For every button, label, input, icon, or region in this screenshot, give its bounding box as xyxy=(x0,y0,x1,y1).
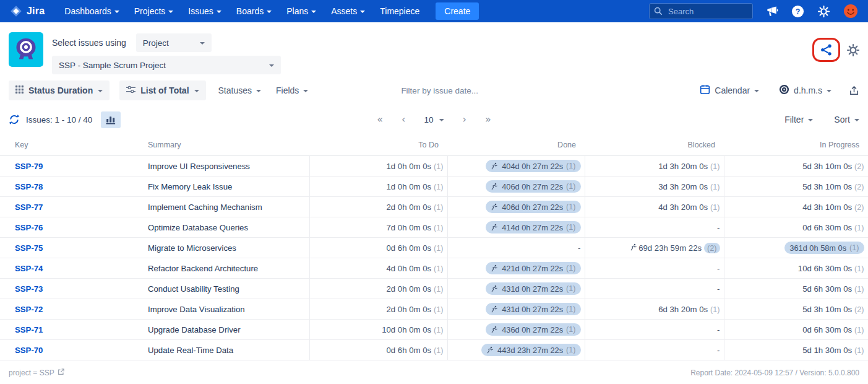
statuses-dropdown[interactable]: Statuses xyxy=(216,85,264,95)
prev-page-button[interactable]: ‹ xyxy=(402,115,405,124)
column-header-key[interactable]: Key xyxy=(0,135,147,156)
duration-value: 0d 6h 0m 0s xyxy=(387,346,432,355)
filter-dropdown[interactable]: Filter xyxy=(784,115,813,124)
refresh-button[interactable] xyxy=(9,114,20,125)
sort-dropdown[interactable]: Sort xyxy=(834,115,859,124)
issue-count: (1) xyxy=(566,264,575,273)
cell-blocked: - xyxy=(585,258,724,279)
cell-summary: Optimize Database Queries xyxy=(147,217,309,238)
report-type-dropdown[interactable]: Status Duration xyxy=(9,81,110,100)
duration-value: 404d 0h 27m 22s xyxy=(502,162,563,171)
issue-count: (1) xyxy=(434,264,443,273)
duration-pill: 361d 0h 58m 0s(1) xyxy=(784,242,864,254)
sort-label: Sort xyxy=(834,115,850,124)
cell-summary: Update Real-Time Data xyxy=(147,340,309,360)
cell-to-do: 2d 0h 0m 0s(1) xyxy=(309,279,447,299)
chevron-down-icon xyxy=(98,90,103,92)
cell-in-progress: 0d 6h 30m 0s(1) xyxy=(724,217,868,238)
issue-key-link[interactable]: SSP-74 xyxy=(15,264,43,273)
export-icon xyxy=(849,85,859,96)
fields-dropdown[interactable]: Fields xyxy=(273,85,311,95)
cell-key: SSP-73 xyxy=(0,279,147,299)
first-page-button[interactable]: « xyxy=(377,115,383,124)
cell-in-progress: 5d 1h 30m 0s(1) xyxy=(724,340,868,360)
issue-key-link[interactable]: SSP-79 xyxy=(15,162,43,171)
jql-query-link[interactable]: project = SSP xyxy=(9,369,64,377)
duration-pill: 406d 0h 27m 22s(1) xyxy=(486,201,580,213)
issue-key-link[interactable]: SSP-71 xyxy=(15,325,43,334)
user-avatar[interactable] xyxy=(843,4,858,19)
list-of-total-dropdown[interactable]: List of Total xyxy=(119,81,205,100)
nav-issues[interactable]: Issues xyxy=(188,6,221,16)
create-button[interactable]: Create xyxy=(436,2,479,20)
issue-count: (1) xyxy=(710,203,720,212)
cell-in-progress: 5d 3h 10m 0s(2) xyxy=(724,177,868,197)
duration-value: 4d 3h 10m 0s xyxy=(802,203,852,212)
nav-projects[interactable]: Projects xyxy=(134,6,174,16)
nav-dashboards[interactable]: Dashboards xyxy=(64,6,119,16)
issue-count: (2) xyxy=(854,305,864,314)
issue-key-link[interactable]: SSP-78 xyxy=(15,182,43,191)
column-header-in-progress[interactable]: In Progress xyxy=(724,135,868,156)
export-button[interactable] xyxy=(849,85,859,96)
navbar-right-group: ? xyxy=(649,3,858,19)
page-size-dropdown[interactable]: 10 xyxy=(424,115,444,124)
calendar-dropdown[interactable]: Calendar xyxy=(697,84,762,97)
sliders-icon xyxy=(126,85,135,95)
chevron-down-icon xyxy=(303,90,308,92)
runner-icon xyxy=(486,346,494,354)
issue-key-link[interactable]: SSP-75 xyxy=(15,243,43,253)
help-button[interactable]: ? xyxy=(791,5,804,18)
issue-key-link[interactable]: SSP-70 xyxy=(15,346,43,355)
runner-icon xyxy=(491,285,498,292)
runner-icon xyxy=(491,264,498,272)
column-header-done[interactable]: Done xyxy=(447,135,585,156)
nav-boards[interactable]: Boards xyxy=(236,6,272,16)
issue-key-link[interactable]: SSP-73 xyxy=(15,284,43,294)
runner-icon xyxy=(491,183,498,190)
duration-value: 5d 6h 30m 0s xyxy=(802,284,852,294)
next-page-button[interactable]: › xyxy=(463,115,466,124)
report-settings-button[interactable] xyxy=(846,43,860,57)
share-button[interactable] xyxy=(819,43,833,57)
search-input[interactable] xyxy=(649,3,753,19)
external-link-icon xyxy=(58,369,64,377)
pager-row: Issues: 1 - 10 / 40 « ‹ 10 › » Filter So… xyxy=(0,104,868,135)
issue-key-link[interactable]: SSP-72 xyxy=(15,305,43,314)
admin-settings-button[interactable] xyxy=(817,5,830,18)
issue-source-dropdown[interactable]: Project xyxy=(136,33,212,52)
cell-done: 443d 23h 27m 22s(1) xyxy=(447,340,585,360)
issue-key-link[interactable]: SSP-77 xyxy=(15,203,43,212)
column-header-to-do[interactable]: To Do xyxy=(309,135,447,156)
issue-count: (1) xyxy=(854,264,864,273)
column-header-blocked[interactable]: Blocked xyxy=(585,135,724,156)
cell-summary: Improve Data Visualization xyxy=(147,299,309,320)
issues-table: Key Summary To Do Done Blocked In Progre… xyxy=(0,135,868,360)
chevron-down-icon xyxy=(256,90,261,92)
chart-view-button[interactable] xyxy=(101,111,121,128)
nav-assets[interactable]: Assets xyxy=(331,6,365,16)
announcements-button[interactable] xyxy=(766,6,778,17)
gear-icon xyxy=(817,5,830,18)
nav-plans[interactable]: Plans xyxy=(286,6,316,16)
global-search xyxy=(649,3,753,19)
duration-value: 1d 3h 20m 0s xyxy=(658,162,708,171)
cell-key: SSP-75 xyxy=(0,238,147,258)
issue-summary: Improve Data Visualization xyxy=(148,305,245,314)
project-dropdown[interactable]: SSP - Sample Scrum Project xyxy=(52,56,281,74)
issue-count: (1) xyxy=(854,224,864,232)
issue-key-link[interactable]: SSP-76 xyxy=(15,223,43,232)
time-format-dropdown[interactable]: d.h.m.s xyxy=(776,84,834,97)
duration-pill: 431d 0h 27m 22s(1) xyxy=(486,282,580,295)
issue-date-filter[interactable]: Filter by issue date... xyxy=(401,86,478,95)
nav-timepiece[interactable]: Timepiece xyxy=(380,6,419,16)
jira-home-link[interactable]: Jira xyxy=(10,5,45,17)
duration-value: 10d 6h 30m 0s xyxy=(798,264,852,273)
grid-icon xyxy=(15,85,24,95)
issue-count: (1) xyxy=(854,326,864,334)
cell-blocked: 6d 3h 20m 0s(1) xyxy=(585,299,724,320)
runner-icon xyxy=(491,326,498,333)
last-page-button[interactable]: » xyxy=(485,115,491,124)
column-header-summary[interactable]: Summary xyxy=(147,135,309,156)
cell-done: 414d 0h 27m 22s(1) xyxy=(447,217,585,238)
